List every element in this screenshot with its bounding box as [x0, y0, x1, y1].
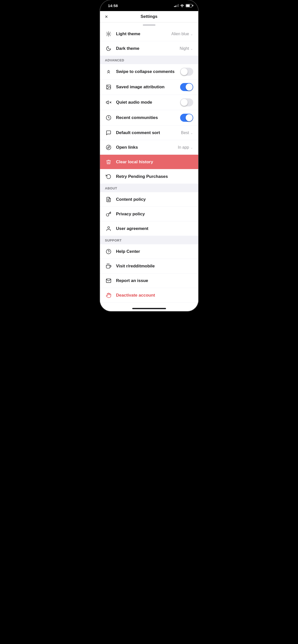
scroll-indicator: [100, 22, 198, 27]
volume-x-icon: [105, 99, 112, 106]
help-circle-icon: [105, 248, 112, 255]
quiet-audio-toggle[interactable]: [180, 98, 193, 106]
report-issue-row[interactable]: Report an issue: [100, 273, 198, 288]
saved-image-row[interactable]: Saved image attribution: [100, 79, 198, 95]
light-theme-row[interactable]: Light theme Alien blue ⌄: [100, 27, 198, 41]
envelope-icon: [105, 277, 112, 284]
retry-purchases-row[interactable]: Retry Pending Purchases: [100, 169, 198, 184]
svg-point-10: [107, 86, 108, 87]
dark-theme-row[interactable]: Dark theme Night ⌄: [100, 41, 198, 56]
key-icon: [105, 211, 112, 218]
quiet-audio-label: Quiet audio mode: [116, 100, 180, 105]
swipe-collapse-row[interactable]: Swipe to collapse comments: [100, 64, 198, 79]
visit-redditmobile-row[interactable]: Visit r/redditmobile: [100, 259, 198, 273]
advanced-section-header: Advanced: [100, 56, 198, 64]
help-center-label: Help Center: [116, 249, 193, 254]
svg-point-15: [106, 145, 111, 149]
visit-redditmobile-label: Visit r/redditmobile: [116, 264, 193, 269]
compass-icon: [105, 144, 112, 151]
retry-purchases-label: Retry Pending Purchases: [116, 174, 193, 179]
svg-line-8: [110, 32, 110, 32]
swipe-collapse-toggle[interactable]: [180, 68, 193, 76]
chevron-down-icon: ⌄: [190, 32, 193, 36]
open-links-row[interactable]: Open links In app ⌄: [100, 140, 198, 155]
user-agreement-label: User agreement: [116, 226, 193, 231]
settings-header: × Settings: [100, 11, 198, 22]
privacy-policy-label: Privacy policy: [116, 212, 193, 217]
phone-frame: 14:58 × Settings: [100, 0, 198, 311]
settings-content: Light theme Alien blue ⌄ Dark theme Nigh…: [100, 27, 198, 303]
saved-image-toggle[interactable]: [180, 83, 193, 91]
saved-image-label: Saved image attribution: [116, 85, 180, 90]
status-bar: 14:58: [100, 0, 198, 11]
battery-icon: [186, 4, 192, 7]
page-title: Settings: [141, 14, 157, 19]
deactivate-account-row[interactable]: Deactivate account: [100, 288, 198, 303]
recent-communities-label: Recent communities: [116, 115, 180, 120]
recent-communities-row[interactable]: Recent communities: [100, 110, 198, 126]
light-theme-value: Alien blue ⌄: [171, 32, 193, 36]
clear-history-label: Clear local history: [116, 159, 193, 165]
svg-line-4: [110, 35, 110, 35]
svg-point-0: [108, 33, 109, 35]
trash-icon: [105, 158, 112, 166]
wifi-icon: [180, 4, 184, 7]
help-center-row[interactable]: Help Center: [100, 244, 198, 259]
sun-icon: [105, 30, 112, 37]
svg-point-20: [106, 249, 111, 254]
recent-communities-toggle[interactable]: [180, 114, 193, 122]
swipe-collapse-label: Swipe to collapse comments: [116, 69, 180, 74]
close-button[interactable]: ×: [105, 14, 108, 19]
report-issue-label: Report an issue: [116, 278, 193, 283]
home-bar: [132, 308, 166, 309]
svg-line-3: [107, 32, 107, 32]
default-comment-sort-row[interactable]: Default comment sort Best ⌄: [100, 126, 198, 140]
retry-icon: [105, 173, 112, 180]
doc-list-icon: [105, 196, 112, 203]
clock-icon: [105, 114, 112, 121]
chevron-down-icon: ⌄: [190, 131, 193, 135]
svg-marker-11: [106, 101, 108, 104]
user-agreement-row[interactable]: User agreement: [100, 221, 198, 236]
deactivate-account-label: Deactivate account: [116, 293, 193, 298]
content-policy-row[interactable]: Content policy: [100, 192, 198, 207]
coffee-icon: [105, 263, 112, 270]
default-comment-sort-value: Best ⌄: [181, 131, 193, 135]
signal-icon: [174, 4, 179, 7]
svg-line-7: [107, 35, 107, 35]
open-links-label: Open links: [116, 145, 178, 150]
chevron-down-icon: ⌄: [190, 145, 193, 149]
dark-theme-value: Night ⌄: [180, 46, 193, 51]
status-time: 14:58: [108, 4, 118, 8]
privacy-policy-row[interactable]: Privacy policy: [100, 207, 198, 221]
chevrons-up-icon: [105, 68, 112, 75]
comment-icon: [105, 129, 112, 136]
image-icon: [105, 84, 112, 91]
default-comment-sort-label: Default comment sort: [116, 130, 181, 135]
svg-point-19: [108, 226, 109, 228]
open-links-value: In app ⌄: [178, 145, 193, 150]
clear-history-row[interactable]: Clear local history: [100, 155, 198, 169]
chevron-down-icon: ⌄: [190, 47, 193, 51]
person-icon: [105, 225, 112, 232]
support-section-header: Support: [100, 236, 198, 244]
moon-icon: [105, 45, 112, 52]
quiet-audio-row[interactable]: Quiet audio mode: [100, 95, 198, 110]
about-section-header: About: [100, 184, 198, 192]
dark-theme-label: Dark theme: [116, 46, 180, 51]
home-indicator: [100, 303, 198, 311]
light-theme-label: Light theme: [116, 31, 172, 36]
status-icons: [174, 4, 192, 7]
scroll-pill-bar: [143, 24, 155, 26]
content-policy-label: Content policy: [116, 197, 193, 202]
svg-marker-16: [108, 146, 110, 148]
hand-icon: [105, 292, 112, 299]
